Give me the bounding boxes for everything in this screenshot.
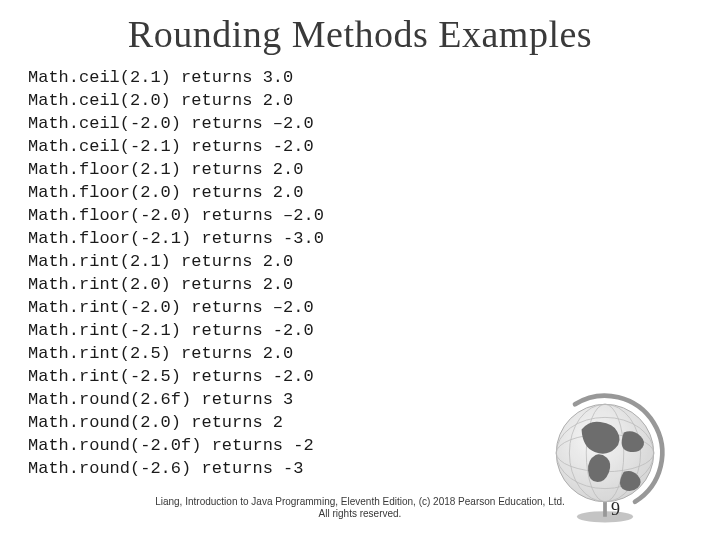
- code-line: Math.round(2.0) returns 2: [28, 411, 700, 434]
- code-line: Math.round(-2.0f) returns -2: [28, 434, 700, 457]
- code-line: Math.ceil(2.0) returns 2.0: [28, 89, 700, 112]
- code-line: Math.ceil(-2.0) returns –2.0: [28, 112, 700, 135]
- page-number: 9: [611, 499, 620, 520]
- code-line: Math.ceil(-2.1) returns -2.0: [28, 135, 700, 158]
- code-line: Math.rint(-2.1) returns -2.0: [28, 319, 700, 342]
- code-examples: Math.ceil(2.1) returns 3.0 Math.ceil(2.0…: [0, 66, 720, 480]
- code-line: Math.rint(-2.0) returns –2.0: [28, 296, 700, 319]
- code-line: Math.floor(-2.0) returns –2.0: [28, 204, 700, 227]
- code-line: Math.floor(2.1) returns 2.0: [28, 158, 700, 181]
- code-line: Math.ceil(2.1) returns 3.0: [28, 66, 700, 89]
- code-line: Math.rint(2.0) returns 2.0: [28, 273, 700, 296]
- code-line: Math.floor(-2.1) returns -3.0: [28, 227, 700, 250]
- code-line: Math.rint(-2.5) returns -2.0: [28, 365, 700, 388]
- code-line: Math.floor(2.0) returns 2.0: [28, 181, 700, 204]
- slide-title: Rounding Methods Examples: [0, 0, 720, 66]
- code-line: Math.round(2.6f) returns 3: [28, 388, 700, 411]
- code-line: Math.rint(2.5) returns 2.0: [28, 342, 700, 365]
- code-line: Math.round(-2.6) returns -3: [28, 457, 700, 480]
- code-line: Math.rint(2.1) returns 2.0: [28, 250, 700, 273]
